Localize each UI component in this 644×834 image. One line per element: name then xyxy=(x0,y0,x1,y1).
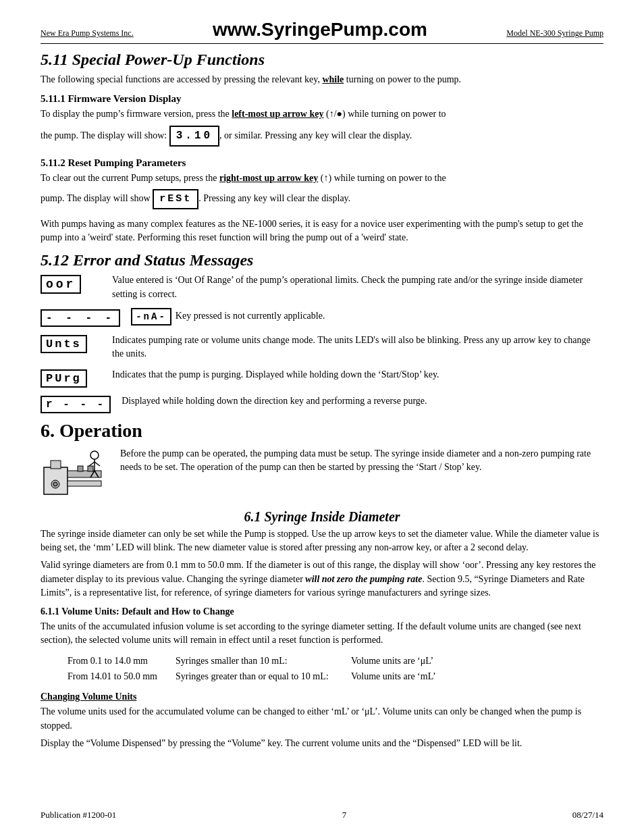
operation-intro: Before the pump can be operated, the pum… xyxy=(41,447,603,501)
svg-line-10 xyxy=(89,462,95,466)
section-611-text1: The units of the accumulated infusion vo… xyxy=(41,620,603,648)
status-text-unts: Indicates pumping rate or volume units c… xyxy=(112,334,603,361)
header-right: Model NE-300 Syringe Pump xyxy=(506,28,603,38)
svg-rect-6 xyxy=(78,466,83,471)
page-header: New Era Pump Systems Inc. www.SyringePum… xyxy=(41,19,603,44)
vol-col2-row2: Syringes greater than or equal to 10 mL: xyxy=(176,669,351,685)
vol-col2-row1: Syringes smaller than 10 mL: xyxy=(176,653,351,669)
section-61-title: 6.1 Syringe Inside Diameter xyxy=(41,509,603,525)
svg-rect-3 xyxy=(68,481,101,486)
svg-point-8 xyxy=(90,451,99,459)
vol-col3-row2: Volume units are ‘mL’ xyxy=(351,669,603,685)
section-511: 5.11 Special Power-Up Functions The foll… xyxy=(41,51,603,244)
reset-display-row: pump. The display will show rESt. Pressi… xyxy=(41,189,603,213)
header-left: New Era Pump Systems Inc. xyxy=(41,28,134,38)
page-footer: Publication #1200-01 7 08/27/14 xyxy=(41,810,603,820)
subsection-5111-title: 5.11.1 Firmware Version Display xyxy=(41,93,603,105)
subsection-5112-text1: To clear out the current Pump setups, pr… xyxy=(41,172,603,185)
status-row-dashes: - - - - -nA-Key pressed is not currently… xyxy=(41,308,603,327)
section-511-title: 5.11 Special Power-Up Functions xyxy=(41,51,603,69)
svg-line-11 xyxy=(95,462,100,466)
status-row-unts: Unts Indicates pumping rate or volume un… xyxy=(41,334,603,361)
subsection-5112-title: 5.11.2 Reset Pumping Parameters xyxy=(41,157,603,169)
svg-point-5 xyxy=(53,482,57,486)
header-center: www.SyringePump.com xyxy=(213,19,427,41)
section-511-intro: The following special functions are acce… xyxy=(41,73,603,86)
section-611-title: 6.1.1 Volume Units: Default and How to C… xyxy=(41,606,603,617)
footer-left: Publication #1200-01 xyxy=(41,810,116,820)
status-row-rdash: r - - - Displayed while holding down the… xyxy=(41,394,603,413)
firmware-display-text: the pump. The display will show: 3.10, o… xyxy=(41,126,412,147)
section-512-title: 5.12 Error and Status Messages xyxy=(41,251,603,269)
reset-display-text: pump. The display will show rESt. Pressi… xyxy=(41,189,350,209)
vol-col3-row1: Volume units are ‘μL’ xyxy=(351,653,603,669)
status-icon-unts: Unts xyxy=(41,335,101,353)
footer-center: 7 xyxy=(342,810,347,820)
status-text-purg: Indicates that the pump is purging. Disp… xyxy=(112,368,603,382)
changing-volume-units-text3: Display the “Volume Dispensed” by pressi… xyxy=(41,737,603,750)
volume-table-row-2: From 14.01 to 50.0 mm Syringes greater t… xyxy=(68,669,603,685)
volume-table: From 0.1 to 14.0 mm Syringes smaller tha… xyxy=(68,653,603,685)
section-61-text1: The syringe inside diameter can only be … xyxy=(41,527,603,555)
lcd-reset: rESt xyxy=(153,189,198,209)
changing-volume-units-title: Changing Volume Units xyxy=(41,692,603,702)
lcd-firmware: 3.10 xyxy=(169,126,219,147)
page: New Era Pump Systems Inc. www.SyringePum… xyxy=(0,0,644,834)
operation-intro-text: Before the pump can be operated, the pum… xyxy=(120,447,603,475)
status-row-purg: PUrg Indicates that the pump is purging.… xyxy=(41,368,603,388)
footer-right: 08/27/14 xyxy=(572,810,603,820)
subsection-5112-text3: With pumps having as many complex featur… xyxy=(41,217,603,245)
status-icon-rdash: r - - - xyxy=(41,396,111,413)
lcd-na: -nA- xyxy=(131,308,171,325)
section-61-text2: Valid syringe diameters are from 0.1 mm … xyxy=(41,558,603,600)
firmware-display-row: the pump. The display will show: 3.10, o… xyxy=(41,126,603,151)
section-6-title: 6. Operation xyxy=(41,420,603,442)
operation-illustration xyxy=(41,447,108,501)
status-text-oor: Value entered is ‘Out Of Range’ of the p… xyxy=(112,273,603,301)
section-512: 5.12 Error and Status Messages oor Value… xyxy=(41,251,603,413)
svg-rect-1 xyxy=(51,461,61,469)
subsection-5111-text1: To display the pump’s firmware version, … xyxy=(41,107,603,121)
status-text-dashes: -nA-Key pressed is not currently applica… xyxy=(131,308,603,325)
volume-table-row-1: From 0.1 to 14.0 mm Syringes smaller tha… xyxy=(68,653,603,669)
status-icon-purg: PUrg xyxy=(41,369,101,388)
status-icon-oor: oor xyxy=(41,275,101,294)
status-icon-dashes: - - - - xyxy=(41,309,120,327)
vol-col1-row2: From 14.01 to 50.0 mm xyxy=(68,669,176,685)
status-row-oor: oor Value entered is ‘Out Of Range’ of t… xyxy=(41,273,603,301)
vol-col1-row1: From 0.1 to 14.0 mm xyxy=(68,653,176,669)
section-6: 6. Operation Before th xyxy=(41,420,603,751)
status-text-rdash: Displayed while holding down the directi… xyxy=(122,394,603,408)
changing-volume-units-text2: The volume units used for the accumulate… xyxy=(41,705,603,733)
svg-rect-7 xyxy=(88,466,93,471)
